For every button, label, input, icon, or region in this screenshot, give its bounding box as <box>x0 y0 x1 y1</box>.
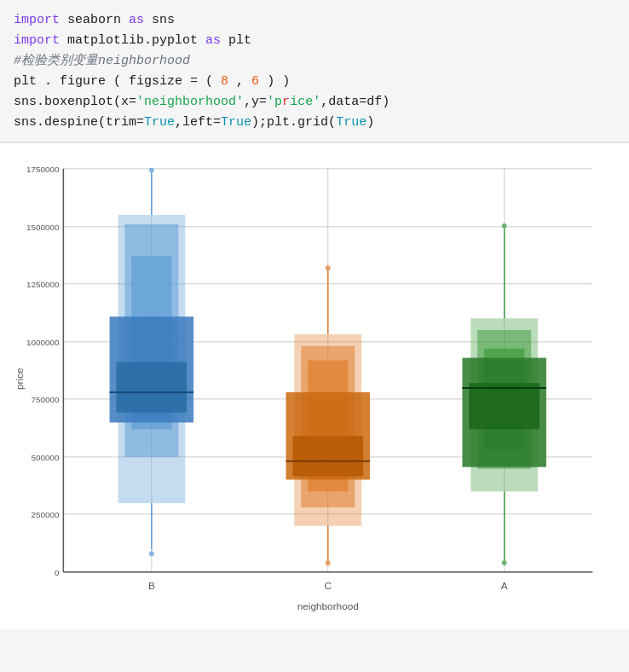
y-tick-1500k: 1500000 <box>26 223 60 232</box>
code-line-4: sns.boxenplot(x='neighborhood',y='price'… <box>14 92 615 113</box>
code-line-3: plt . figure ( figsize = ( 8 , 6 ) ) <box>14 72 615 92</box>
x-tick-a: A <box>501 580 508 592</box>
x-tick-b: B <box>148 580 155 592</box>
y-axis-label: price <box>14 368 26 390</box>
box-c-inner <box>292 436 363 476</box>
y-tick-500k: 500000 <box>32 453 60 462</box>
y-tick-1750k: 1750000 <box>26 165 60 174</box>
x-axis-label: neighborhood <box>297 600 359 612</box>
boxen-plot-chart: price 0 250000 500000 750000 1000000 125… <box>9 160 620 621</box>
code-line-2: #检验类别变量neighborhood <box>14 51 615 72</box>
y-tick-1250k: 1250000 <box>26 280 60 289</box>
code-line-0: import seaborn as sns <box>14 10 615 31</box>
y-tick-1m: 1000000 <box>26 338 60 347</box>
outlier-a-bottom <box>502 560 507 565</box>
y-tick-0: 0 <box>55 568 60 577</box>
x-tick-c: C <box>325 580 332 592</box>
chart-area: price 0 250000 500000 750000 1000000 125… <box>0 143 629 629</box>
code-section: import seaborn as snsimport matplotlib.p… <box>0 0 629 142</box>
box-a-inner <box>469 383 540 429</box>
outlier-b-bottom <box>149 551 154 556</box>
outlier-c-bottom <box>326 560 331 565</box>
outlier-c-top <box>326 265 331 270</box>
y-tick-250k: 250000 <box>32 510 60 519</box>
outlier-b-top <box>149 168 154 173</box>
box-b-inner <box>116 362 187 412</box>
y-tick-750k: 750000 <box>32 395 60 404</box>
code-line-5: sns.despine(trim=True,left=True);plt.gri… <box>14 113 615 133</box>
outlier-a-top <box>502 223 507 229</box>
code-line-1: import matplotlib.pyplot as plt <box>14 31 615 51</box>
